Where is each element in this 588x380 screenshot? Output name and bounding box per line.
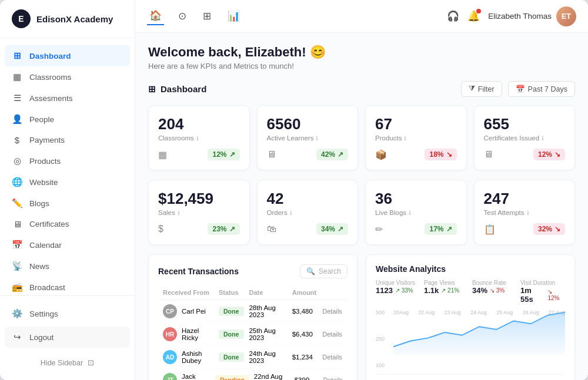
dashboard-actions: ⧩ Filter 📅 Past 7 Days	[461, 81, 575, 97]
user-name: Elizabeth Thomas	[488, 12, 552, 21]
kpi-value: 67	[375, 115, 457, 133]
kpi-value: 204	[158, 115, 240, 133]
kpi-card-sales: $12,459 Sales ℹ $ 23% ↗	[148, 180, 250, 245]
details-button[interactable]: Details	[323, 376, 343, 380]
kpi-label: Sales ℹ	[158, 209, 240, 216]
date: 22nd Aug 2023	[254, 373, 290, 380]
info-icon: ℹ	[542, 135, 544, 142]
sidebar-item-dashboard[interactable]: ⊞ Dashboard	[5, 45, 130, 66]
sidebar-item-blogs[interactable]: ✏️ Blogs	[0, 193, 135, 214]
kpi-footer: 📦 18% ↘	[375, 149, 457, 160]
sidebar-item-label: Certificates	[29, 220, 69, 228]
kpi-change: 12% ↗	[208, 149, 239, 160]
sidebar-item-settings[interactable]: ⚙️ Settings	[5, 303, 130, 324]
products-icon: ◎	[12, 156, 22, 166]
sidebar-item-label: Payments	[29, 136, 65, 144]
sidebar-item-label: Broadcast	[29, 283, 65, 292]
analytics-metrics: Unique Visitors 1123 ↗ 33% Page Views 1.…	[376, 280, 565, 304]
transactions-search[interactable]: 🔍 Search	[300, 264, 348, 278]
kpi-grid-row2: $12,459 Sales ℹ $ 23% ↗ 42	[148, 180, 575, 245]
details-button[interactable]: Details	[322, 331, 343, 338]
blogs-icon: ✏️	[12, 198, 22, 209]
info-icon: ℹ	[196, 135, 199, 142]
table-row: HR Hazel Ricky Done 25th Aug 2023 $6,430…	[158, 323, 348, 346]
kpi-label: Certificates Issued ℹ	[484, 134, 566, 142]
news-icon: 📡	[12, 261, 22, 271]
sidebar-item-assessments[interactable]: ☰ Assesments	[0, 88, 135, 109]
kpi-icon: 📋	[484, 224, 496, 235]
nav-home-icon[interactable]: 🏠	[147, 7, 164, 25]
sidebar-nav: ⊞ Dashboard ▦ Classrooms ☰ Assesments 👤 …	[0, 38, 135, 295]
sidebar-item-people[interactable]: 👤 People	[0, 109, 135, 130]
sidebar-item-label: News	[29, 262, 49, 271]
sidebar-item-classrooms[interactable]: ▦ Classrooms	[0, 66, 135, 88]
details-button[interactable]: Details	[322, 354, 343, 361]
nav-circle-icon[interactable]: ⊙	[176, 8, 189, 25]
sidebar-item-label: Classrooms	[29, 73, 71, 82]
sidebar-item-products[interactable]: ◎ Products	[0, 150, 135, 171]
kpi-label: Active Learners ℹ	[267, 134, 349, 142]
bell-icon[interactable]: 🔔	[467, 10, 480, 22]
main-content: 🏠 ⊙ ⊞ 📊 🎧 🔔 Elizabeth Thomas ET	[135, 0, 588, 380]
amount: $399	[295, 376, 319, 380]
kpi-card-test-attempts: 247 Test Attempts ℹ 📋 32% ↘	[474, 180, 576, 245]
details-button[interactable]: Details	[322, 308, 343, 315]
hide-sidebar-icon: ⊡	[88, 358, 94, 367]
app-name: EdisonX Academy	[36, 14, 113, 24]
status-badge: Done	[219, 307, 245, 316]
user-menu[interactable]: Elizabeth Thomas ET	[488, 6, 576, 26]
sidebar-item-logout[interactable]: ↪ Logout	[5, 327, 130, 348]
headset-icon[interactable]: 🎧	[447, 10, 459, 22]
person-name: Ashish Dubey	[182, 350, 214, 364]
classrooms-icon: ▦	[12, 72, 22, 82]
kpi-card-blogs: 36 Live Blogs ℹ ✏ 17% ↗	[365, 180, 467, 245]
kpi-icon: 🖥	[267, 149, 276, 160]
sidebar-item-website[interactable]: 🌐 Website	[0, 171, 135, 193]
info-icon: ℹ	[178, 210, 180, 216]
sidebar-item-label: Website	[29, 178, 58, 187]
analytics-footer: Total Visits 4,269 2.6%↑ Devices 27%	[376, 374, 565, 380]
hide-sidebar-label: Hide Sidebar	[41, 359, 83, 367]
kpi-icon: $	[158, 224, 163, 234]
kpi-footer: $ 23% ↗	[158, 223, 240, 235]
chart-y-labels: 500 250 100	[376, 310, 392, 368]
kpi-icon: ✏	[375, 224, 383, 235]
nav-chart-icon[interactable]: 📊	[225, 8, 242, 25]
table-header: Received From Status Date Amount	[158, 285, 348, 300]
calendar-icon: 📅	[516, 85, 525, 93]
sidebar-item-payments[interactable]: $ Payments	[0, 130, 135, 150]
amount: $1,234	[292, 354, 318, 361]
person-cell: JT Jack Thomas	[163, 373, 211, 380]
transactions-title: Recent Transactions	[158, 267, 239, 276]
sidebar-item-calendar[interactable]: 📅 Calendar	[0, 234, 135, 255]
filter-icon: ⧩	[469, 85, 475, 93]
sidebar-item-label: Products	[29, 157, 61, 166]
sidebar-item-certificates[interactable]: 🖥 Certificates	[0, 214, 135, 234]
table-row: AD Ashish Dubey Done 24th Aug 2023 $1,23…	[158, 346, 348, 369]
website-icon: 🌐	[12, 177, 22, 187]
welcome-title: Welcome back, Elizabeth! 😊	[148, 45, 575, 60]
info-icon: ℹ	[316, 135, 318, 142]
sidebar-item-broadcast[interactable]: 📻 Broadcast	[0, 277, 135, 295]
kpi-icon: 🖥	[484, 149, 493, 160]
analytics-card: Website Analyitcs Unique Visitors 1123 ↗…	[366, 254, 575, 380]
hide-sidebar-button[interactable]: Hide Sidebar ⊡	[5, 352, 130, 373]
sidebar-item-label: Assesments	[29, 94, 73, 103]
app-logo[interactable]: E EdisonX Academy	[0, 0, 135, 38]
filter-button[interactable]: ⧩ Filter	[461, 81, 502, 97]
table-row: CP Carl Pei Done 28th Aug 2023 $3,480 De…	[158, 300, 348, 323]
table-row: JT Jack Thomas Pending 22nd Aug 2023 $39…	[158, 369, 348, 380]
search-icon: 🔍	[306, 267, 315, 275]
sidebar-item-news[interactable]: 📡 News	[0, 255, 135, 277]
status-badge: Done	[219, 329, 245, 339]
settings-icon: ⚙️	[12, 308, 22, 319]
kpi-icon: 🛍	[267, 224, 276, 234]
kpi-change: 12% ↘	[533, 149, 565, 160]
info-icon: ℹ	[404, 135, 406, 142]
avatar: CP	[163, 304, 177, 318]
period-button[interactable]: 📅 Past 7 Days	[508, 81, 575, 97]
kpi-card-products: 67 Products ℹ 📦 18% ↘	[365, 105, 467, 170]
nav-grid-icon[interactable]: ⊞	[201, 8, 213, 25]
dashboard-icon: ⊞	[148, 84, 156, 95]
kpi-icon: 📦	[375, 149, 387, 160]
